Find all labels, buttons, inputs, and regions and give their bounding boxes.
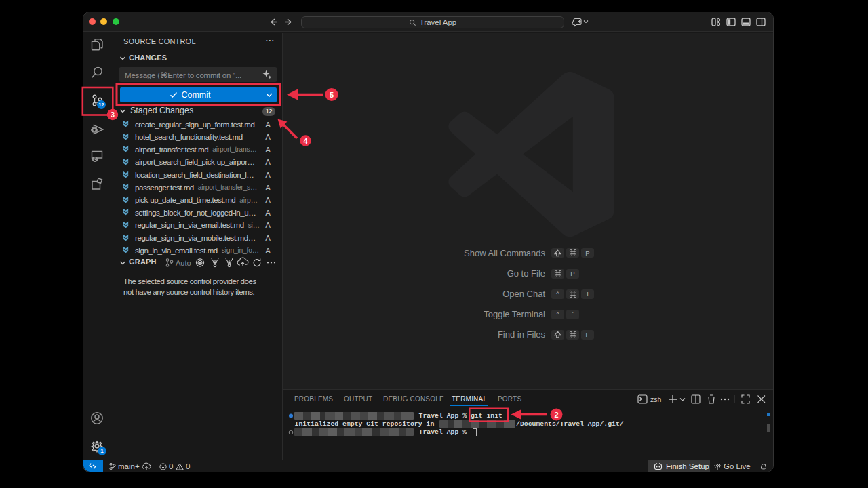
svg-text:zsh: zsh — [650, 395, 662, 403]
svg-text:Auto: Auto — [176, 259, 191, 267]
